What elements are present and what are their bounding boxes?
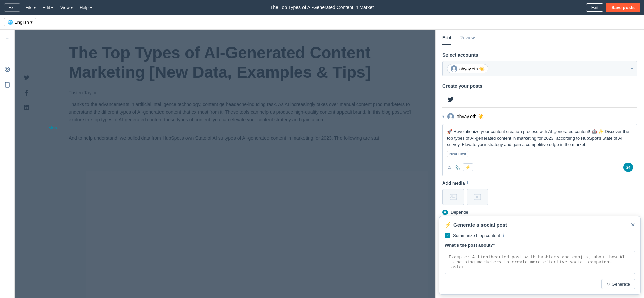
left-sidebar: + (0, 30, 15, 298)
target-icon[interactable] (2, 64, 13, 75)
post-avatar (447, 113, 454, 120)
svg-point-14 (449, 117, 453, 120)
select-accounts-dropdown[interactable]: ohyay.eth ☀️ ▾ (442, 61, 637, 76)
toolbar-menu: File ▾ Edit ▾ View ▾ Help ▾ (23, 4, 95, 11)
blog-body2: And to help understand, we pulled data f… (48, 134, 422, 142)
blog-author: Tristen Taylor (48, 90, 422, 95)
blog-area: The Top Types of AI-Generated Content Ma… (15, 30, 435, 298)
lightning-button[interactable]: ⚡ (463, 163, 473, 171)
svg-point-4 (6, 68, 8, 70)
svg-rect-2 (5, 55, 10, 55)
attachment-icon[interactable]: 📎 (454, 165, 460, 170)
post-account-name: ohyay.eth ☀️ (457, 114, 484, 119)
near-limit-badge: Near Limit (447, 151, 468, 157)
media-placeholders (442, 189, 637, 205)
modal-footer: ↻ Generate (445, 279, 635, 289)
generate-textarea[interactable] (445, 251, 635, 274)
svg-rect-1 (5, 54, 10, 54)
blog-more-link[interactable]: More (48, 125, 59, 130)
summarize-info-icon[interactable]: ℹ (503, 233, 504, 238)
language-selector[interactable]: 🌐 English ▾ (4, 18, 36, 26)
globe-icon: 🌐 (8, 20, 13, 25)
account-name: ohyay.eth ☀️ (459, 66, 485, 71)
facebook-share-icon[interactable] (22, 88, 32, 98)
modal-close-button[interactable]: ✕ (631, 222, 635, 228)
save-posts-button[interactable]: Save posts (606, 3, 640, 12)
svg-point-16 (451, 195, 453, 197)
add-icon[interactable]: + (2, 33, 13, 44)
svg-point-10 (453, 67, 455, 69)
layers-icon[interactable] (2, 48, 13, 59)
language-bar: 🌐 English ▾ (0, 15, 644, 30)
avatar (451, 65, 457, 72)
publishing-options: Depende (442, 210, 637, 215)
document-icon[interactable] (2, 79, 13, 90)
file-menu[interactable]: File ▾ (23, 4, 39, 11)
post-textarea-wrapper: 🚀 Revolutionize your content creation pr… (442, 124, 637, 176)
exit-button-left[interactable]: Exit (4, 3, 20, 12)
select-accounts-label: Select accounts (442, 52, 637, 58)
generate-social-post-modal: ⚡ Generate a social post ✕ ✓ Summarize b… (439, 216, 641, 295)
exit-button-right[interactable]: Exit (586, 3, 604, 12)
summarize-checkbox[interactable]: ✓ (445, 233, 450, 238)
chevron-down-icon: ▾ (631, 66, 633, 71)
char-count: 24 (623, 163, 633, 172)
radio-selected[interactable] (442, 210, 448, 215)
tab-review[interactable]: Review (459, 30, 475, 45)
post-text[interactable]: 🚀 Revolutionize your content creation pr… (447, 128, 633, 148)
right-panel: Edit Review Select accounts (435, 30, 644, 298)
panel-tabs: Edit Review (436, 30, 644, 45)
main-area: + (0, 30, 644, 298)
svg-point-11 (452, 69, 456, 72)
top-toolbar: Exit File ▾ Edit ▾ View ▾ Help ▾ The Top… (0, 0, 644, 15)
account-chip: ohyay.eth ☀️ (447, 64, 488, 73)
publishing-option-label: Depende (451, 210, 468, 215)
svg-marker-18 (476, 196, 479, 198)
create-posts-label: Create your posts (442, 83, 637, 89)
summarize-label: Summarize blog content (453, 233, 500, 238)
account-row: ▾ ohyay.eth ☀️ (442, 113, 637, 120)
page-title: The Top Types of AI-Generated Content in… (270, 5, 374, 10)
svg-rect-0 (5, 53, 10, 53)
image-placeholder[interactable] (442, 189, 464, 205)
twitter-share-icon[interactable] (22, 73, 32, 83)
svg-point-13 (450, 115, 452, 117)
video-placeholder[interactable] (467, 189, 488, 205)
modal-title: ⚡ Generate a social post (445, 222, 507, 228)
whats-about-label: What's the post about?* (445, 243, 635, 248)
blog-real-content: The Top Types of AI-Generated Content Ma… (15, 30, 435, 156)
post-toolbar: ☺ 📎 ⚡ 24 (447, 160, 633, 172)
add-media-row: Add media ℹ (442, 180, 637, 186)
summarize-row: ✓ Summarize blog content ℹ (445, 233, 635, 238)
svg-point-3 (5, 67, 10, 72)
blog-body1: Thanks to the advancements in artificial… (48, 101, 422, 123)
add-media-label: Add media (442, 180, 465, 186)
tab-edit[interactable]: Edit (442, 30, 451, 45)
modal-header: ⚡ Generate a social post ✕ (445, 222, 635, 228)
lightning-modal-icon: ⚡ (445, 222, 451, 228)
chevron-down-icon: ▾ (30, 20, 33, 25)
generate-button[interactable]: ↻ Generate (601, 279, 635, 289)
blog-social-icons (22, 73, 32, 112)
chevron-icon[interactable]: ▾ (442, 114, 444, 119)
help-menu[interactable]: Help ▾ (77, 4, 95, 11)
edit-menu[interactable]: Edit ▾ (40, 4, 56, 11)
blog-title: The Top Types of AI-Generated Content Ma… (48, 43, 422, 82)
platform-tabs (442, 93, 637, 108)
linkedin-share-icon[interactable] (22, 102, 32, 112)
refresh-icon: ↻ (606, 282, 610, 287)
info-icon[interactable]: ℹ (467, 180, 468, 185)
toolbar-right: Exit Save posts (586, 3, 640, 12)
view-menu[interactable]: View ▾ (58, 4, 76, 11)
emoji-icon[interactable]: ☺ (447, 165, 452, 170)
language-label: English (14, 20, 29, 25)
twitter-platform-tab[interactable] (442, 93, 459, 107)
